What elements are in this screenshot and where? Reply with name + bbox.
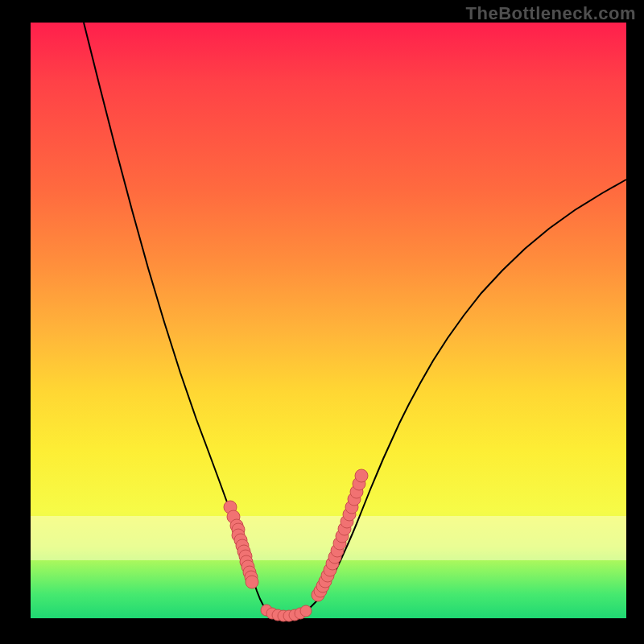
data-markers (224, 469, 368, 621)
data-marker (355, 469, 368, 482)
bottleneck-curve (31, 23, 626, 618)
data-marker (246, 576, 258, 588)
data-marker (300, 605, 312, 617)
watermark-text: TheBottleneck.com (466, 3, 636, 24)
curve-line (84, 23, 626, 617)
chart-frame: TheBottleneck.com (0, 0, 644, 644)
